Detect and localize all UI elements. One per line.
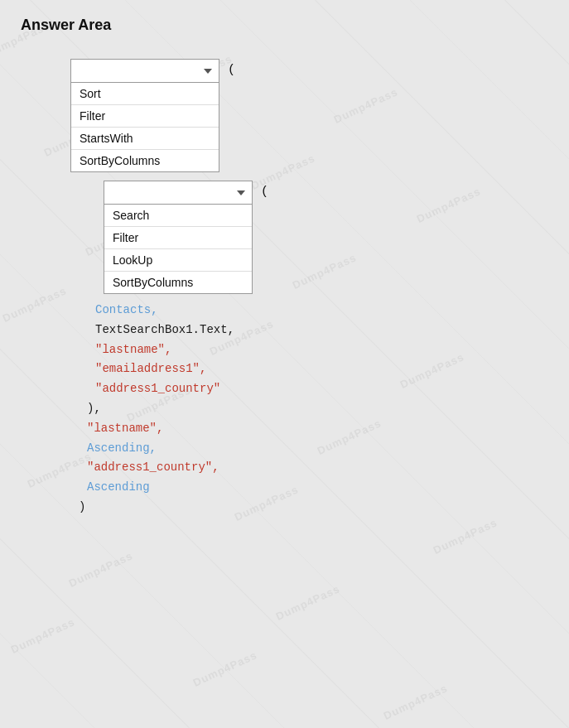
code-address-str: "address1_country"	[70, 379, 548, 399]
dropdown2-option-search[interactable]: Search	[104, 205, 252, 227]
dropdown2-arrow-icon	[237, 190, 245, 195]
code-close-paren: ),	[70, 399, 548, 419]
dropdown1-trigger[interactable]	[71, 60, 219, 83]
dropdown1-option-filter[interactable]: Filter	[71, 105, 219, 128]
dropdown1-box: Sort Filter StartsWith SortByColumns	[70, 59, 219, 172]
dropdown2-option-lookup[interactable]: LookUp	[104, 249, 252, 272]
code-textsearch: TextSearchBox1.Text,	[70, 321, 548, 340]
code-email-str: "emailaddress1",	[70, 359, 548, 379]
dropdown1-option-startswith[interactable]: StartsWith	[71, 128, 219, 150]
dropdown1-option-sortbycolumns[interactable]: SortByColumns	[71, 150, 219, 171]
dropdown1-row: Sort Filter StartsWith SortByColumns (	[70, 59, 548, 172]
dropdown2-container: Search Filter LookUp SortByColumns	[104, 181, 253, 294]
dropdown1-container: Sort Filter StartsWith SortByColumns	[70, 59, 219, 172]
dropdown2-row: Search Filter LookUp SortByColumns (	[104, 181, 548, 294]
dropdown2-trigger[interactable]	[104, 181, 252, 205]
code-ascending2: Ascending	[70, 478, 548, 498]
dropdown1-option-sort[interactable]: Sort	[71, 83, 219, 105]
dropdown2-box: Search Filter LookUp SortByColumns	[104, 181, 253, 294]
dropdown1-paren: (	[228, 63, 235, 77]
code-lastname-val: "lastname",	[70, 419, 548, 439]
code-final-paren: )	[70, 498, 548, 518]
dropdown2-option-filter[interactable]: Filter	[104, 227, 252, 249]
dropdown2-option-sortbycolumns[interactable]: SortByColumns	[104, 272, 252, 293]
code-contacts: Contacts,	[70, 301, 548, 321]
dropdown1-arrow-icon	[204, 69, 212, 74]
code-block: Contacts, TextSearchBox1.Text, "lastname…	[70, 301, 548, 518]
code-ascending1: Ascending,	[70, 439, 548, 459]
code-address-val: "address1_country",	[70, 458, 548, 478]
page-title: Answer Area	[21, 17, 548, 34]
dropdown1-options: Sort Filter StartsWith SortByColumns	[71, 83, 219, 171]
dropdown2-paren: (	[261, 185, 268, 199]
code-lastname-str: "lastname",	[70, 340, 548, 360]
dropdown2-options: Search Filter LookUp SortByColumns	[104, 205, 252, 293]
answer-area: Answer Area Sort Filter StartsWith SortB…	[21, 17, 548, 518]
